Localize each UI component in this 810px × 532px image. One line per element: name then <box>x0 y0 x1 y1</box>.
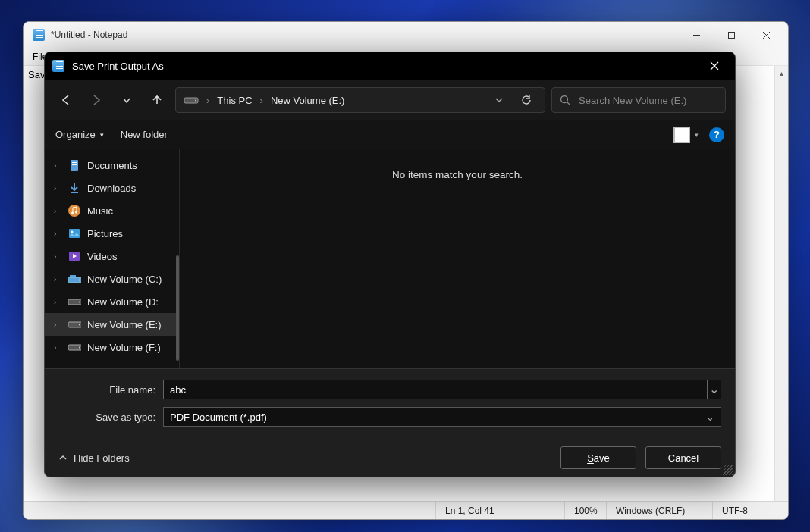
tree-item-label: Videos <box>87 251 118 262</box>
search-box[interactable]: Search New Volume (E:) <box>551 87 726 113</box>
drive-icon <box>68 318 81 331</box>
file-list: No items match your search. <box>180 149 735 368</box>
tree-item-4[interactable]: ›Videos <box>45 245 179 268</box>
filename-input[interactable] <box>163 380 708 399</box>
breadcrumb-volume[interactable]: New Volume (E:) <box>271 95 345 106</box>
filename-label: File name: <box>58 384 163 396</box>
dialog-icon <box>52 60 64 72</box>
notepad-title: *Untitled - Notepad <box>51 30 127 40</box>
tree-item-label: New Volume (F:) <box>87 342 161 353</box>
new-folder-button[interactable]: New folder <box>121 129 168 140</box>
svg-line-9 <box>567 102 570 105</box>
svg-rect-11 <box>72 162 77 163</box>
organize-menu[interactable]: Organize▾ <box>55 129 104 140</box>
maximize-button[interactable] <box>714 22 749 48</box>
status-zoom: 100% <box>564 502 606 519</box>
chevron-up-icon <box>58 453 68 462</box>
chevron-right-icon[interactable]: › <box>206 95 209 106</box>
drive-icon <box>68 340 81 354</box>
status-eol: Windows (CRLF) <box>606 502 712 519</box>
chevron-right-icon[interactable]: › <box>54 161 61 170</box>
cancel-button[interactable]: Cancel <box>645 446 721 469</box>
chevron-right-icon[interactable]: › <box>54 275 61 283</box>
save-dialog: Save Print Output As › This PC › New Vol… <box>44 52 736 477</box>
toolbar: Organize▾ New folder ▾ ? <box>45 120 735 149</box>
chevron-right-icon[interactable]: › <box>54 207 61 215</box>
dl-icon <box>68 181 81 195</box>
empty-message: No items match your search. <box>392 169 523 180</box>
svg-point-16 <box>71 212 74 214</box>
music-icon <box>68 204 81 217</box>
chevron-right-icon[interactable]: › <box>54 343 61 352</box>
doc-icon <box>68 158 81 172</box>
drive-c-icon <box>68 272 81 286</box>
tree-item-label: New Volume (E:) <box>87 319 162 330</box>
tree-item-2[interactable]: ›Music <box>45 199 179 222</box>
chevron-right-icon[interactable]: › <box>260 95 263 106</box>
tree-item-7[interactable]: ›New Volume (E:) <box>45 313 179 336</box>
help-button[interactable]: ? <box>709 127 724 142</box>
chevron-right-icon[interactable]: › <box>54 184 61 192</box>
tree-item-label: Downloads <box>87 183 136 194</box>
forward-button[interactable] <box>84 88 108 112</box>
search-icon <box>560 95 571 106</box>
svg-point-27 <box>79 324 80 326</box>
search-placeholder: Search New Volume (E:) <box>579 95 686 106</box>
svg-rect-18 <box>69 229 80 238</box>
bottom-panel: File name: ⌄ Save as type: PDF Document … <box>45 368 735 439</box>
vid-icon <box>68 249 81 263</box>
recent-dropdown[interactable] <box>115 88 139 112</box>
svg-point-15 <box>68 205 80 217</box>
chevron-right-icon[interactable]: › <box>54 230 61 238</box>
chevron-down-icon: ⌄ <box>706 412 714 423</box>
svg-point-17 <box>75 211 77 214</box>
actions-row: Hide Folders Save Cancel <box>45 439 735 477</box>
drive-icon <box>68 295 81 308</box>
dialog-titlebar[interactable]: Save Print Output As <box>45 52 735 80</box>
tree-item-3[interactable]: ›Pictures <box>45 222 179 245</box>
up-button[interactable] <box>145 88 169 112</box>
svg-rect-13 <box>72 167 77 167</box>
notepad-scrollbar[interactable]: ▴ <box>774 66 788 501</box>
chevron-right-icon[interactable]: › <box>54 321 61 329</box>
close-button[interactable] <box>749 22 783 48</box>
status-position: Ln 1, Col 41 <box>435 502 564 519</box>
svg-point-19 <box>71 231 74 233</box>
address-dropdown[interactable] <box>490 95 508 105</box>
chevron-right-icon[interactable]: › <box>54 298 61 306</box>
save-button[interactable]: Save <box>560 446 636 469</box>
svg-point-7 <box>195 100 196 102</box>
breadcrumb-pc[interactable]: This PC <box>217 95 252 106</box>
dialog-close-button[interactable] <box>697 52 732 80</box>
back-button[interactable] <box>54 88 78 112</box>
drive-icon <box>184 95 199 105</box>
tree-item-8[interactable]: ›New Volume (F:) <box>45 336 179 358</box>
chevron-down-icon: ▾ <box>100 131 104 139</box>
scroll-up-icon[interactable]: ▴ <box>775 66 788 80</box>
svg-rect-22 <box>70 275 76 277</box>
notepad-icon <box>33 29 45 41</box>
filename-dropdown[interactable]: ⌄ <box>708 380 721 399</box>
minimize-button[interactable] <box>679 22 714 48</box>
hide-folders-button[interactable]: Hide Folders <box>58 452 130 464</box>
notepad-statusbar: Ln 1, Col 41 100% Windows (CRLF) UTF-8 <box>24 501 788 519</box>
tree-scrollbar[interactable] <box>176 255 179 361</box>
tree-item-1[interactable]: ›Downloads <box>45 177 179 199</box>
nav-row: › This PC › New Volume (E:) Search New V… <box>45 80 735 120</box>
folder-tree[interactable]: ›Documents›Downloads›Music›Pictures›Vide… <box>45 149 180 368</box>
refresh-button[interactable] <box>516 88 537 112</box>
savetype-select[interactable]: PDF Document (*.pdf) ⌄ <box>163 407 721 427</box>
tree-item-6[interactable]: ›New Volume (D: <box>45 290 179 313</box>
resize-grip[interactable] <box>723 465 733 475</box>
view-mode-button[interactable]: ▾ <box>673 127 699 143</box>
tree-item-5[interactable]: ›New Volume (C:) <box>45 268 179 290</box>
address-bar[interactable]: › This PC › New Volume (E:) <box>175 87 545 113</box>
status-encoding: UTF-8 <box>712 502 788 519</box>
tree-item-0[interactable]: ›Documents <box>45 154 179 177</box>
chevron-right-icon[interactable]: › <box>54 252 61 261</box>
tree-item-label: New Volume (D: <box>87 296 159 308</box>
svg-point-29 <box>79 347 80 349</box>
notepad-titlebar[interactable]: *Untitled - Notepad <box>24 22 788 48</box>
tree-item-label: New Volume (C:) <box>87 274 162 285</box>
svg-point-8 <box>561 95 568 102</box>
